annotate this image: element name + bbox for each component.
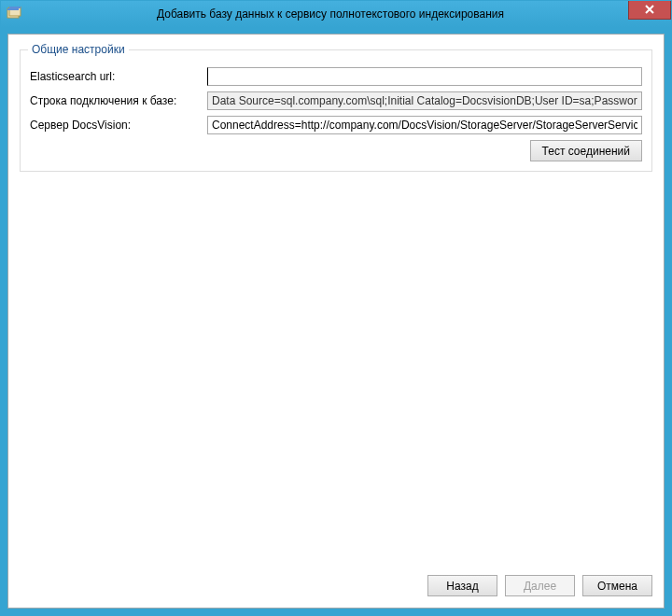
titlebar[interactable]: Добавить базу данных к сервису полнотекс… — [1, 1, 671, 27]
content-panel: Общие настройки Elasticsearch url: Строк… — [7, 34, 665, 609]
svg-rect-2 — [7, 8, 19, 10]
app-icon — [7, 7, 21, 21]
svg-rect-3 — [9, 7, 21, 8]
connection-string-label: Строка подключения к базе: — [30, 94, 207, 107]
next-button[interactable]: Далее — [505, 575, 575, 596]
connection-string-row: Строка подключения к базе: — [30, 91, 642, 110]
close-icon — [645, 4, 654, 17]
elasticsearch-input[interactable] — [207, 67, 642, 86]
close-button[interactable] — [628, 1, 671, 20]
content-spacer — [20, 172, 652, 567]
cancel-button[interactable]: Отмена — [582, 575, 652, 596]
back-button[interactable]: Назад — [427, 575, 497, 596]
test-connections-button[interactable]: Тест соединений — [530, 140, 642, 161]
dialog-window: Добавить базу данных к сервису полнотекс… — [0, 0, 672, 616]
test-button-row: Тест соединений — [30, 140, 642, 161]
elasticsearch-row: Elasticsearch url: — [30, 67, 642, 86]
docsvision-server-label: Сервер DocsVision: — [30, 119, 207, 132]
docsvision-server-input[interactable] — [207, 116, 642, 134]
docsvision-server-row: Сервер DocsVision: — [30, 116, 642, 134]
wizard-footer: Назад Далее Отмена — [20, 567, 652, 598]
elasticsearch-label: Elasticsearch url: — [30, 70, 207, 83]
connection-string-input[interactable] — [207, 91, 642, 110]
window-body: Общие настройки Elasticsearch url: Строк… — [1, 27, 671, 615]
general-settings-group: Общие настройки Elasticsearch url: Строк… — [20, 49, 652, 172]
window-title: Добавить базу данных к сервису полнотекс… — [27, 7, 671, 21]
group-legend: Общие настройки — [28, 43, 129, 56]
